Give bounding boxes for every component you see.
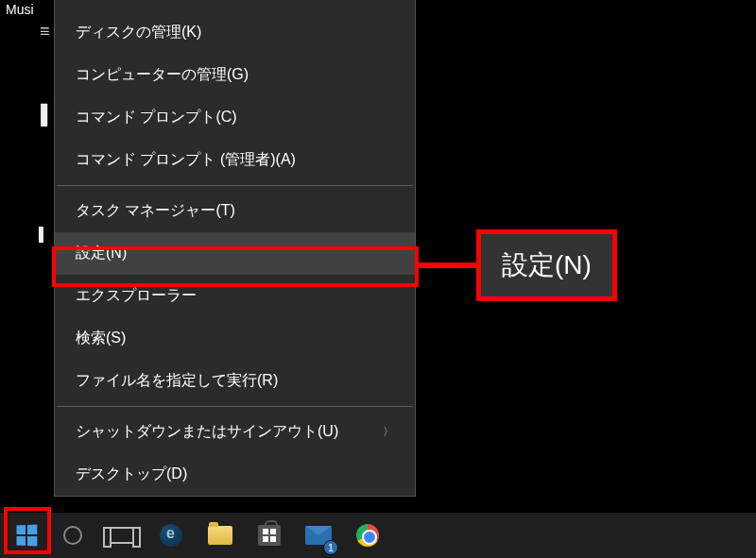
edge-icon (160, 524, 182, 547)
cortana-button[interactable] (59, 521, 87, 550)
callout-text: 設定(N) (502, 250, 592, 279)
menu-item-explorer[interactable]: エクスプローラー (55, 275, 415, 317)
menu-item-task-manager[interactable]: タスク マネージャー(T) (55, 190, 415, 232)
task-view-icon (110, 527, 134, 544)
menu-item-shutdown-signout[interactable]: シャットダウンまたはサインアウト(U) 〉 (55, 411, 415, 453)
partial-icon: ▐ (34, 227, 49, 264)
mail-badge: 1 (323, 540, 338, 555)
menu-item-run[interactable]: ファイル名を指定して実行(R) (55, 360, 415, 402)
store-icon (258, 525, 281, 546)
menu-item-label: デスクトップ(D) (76, 465, 187, 484)
menu-item-settings[interactable]: 設定(N) (55, 232, 415, 275)
desktop-icon-label: Musi (6, 2, 34, 17)
menu-item-label: 設定(N) (76, 244, 127, 263)
menu-item-label: タスク マネージャー(T) (76, 201, 235, 221)
mail-button[interactable]: 1 (304, 521, 333, 550)
cortana-icon (63, 526, 82, 545)
folder-icon (208, 526, 232, 545)
hamburger-icon: ≡ (40, 23, 50, 40)
menu-item-label: コマンド プロンプト(C) (76, 108, 237, 127)
annotation-connector (419, 262, 476, 268)
menu-item-label: 検索(S) (76, 329, 126, 348)
windows-logo-icon (17, 525, 38, 547)
menu-item-label: エクスプローラー (76, 286, 197, 306)
store-button[interactable] (255, 521, 284, 550)
menu-item-label: コンピューターの管理(G) (76, 65, 249, 85)
menu-separator (57, 185, 413, 186)
taskbar: 1 (0, 513, 756, 558)
winx-context-menu: ディスクの管理(K) コンピューターの管理(G) コマンド プロンプト(C) コ… (54, 0, 416, 497)
task-view-button[interactable] (108, 521, 136, 550)
start-button[interactable] (0, 513, 53, 558)
menu-item-label: シャットダウンまたはサインアウト(U) (76, 422, 338, 442)
menu-item-search[interactable]: 検索(S) (55, 317, 415, 360)
menu-item-label: ディスクの管理(K) (76, 23, 201, 42)
menu-item-computer-management[interactable]: コンピューターの管理(G) (55, 54, 415, 96)
partial-icon: ▐ (34, 104, 49, 142)
file-explorer-button[interactable] (206, 521, 234, 550)
menu-item-disk-management[interactable]: ディスクの管理(K) (55, 11, 415, 54)
menu-item-command-prompt-admin[interactable]: コマンド プロンプト (管理者)(A) (55, 139, 415, 181)
menu-item-command-prompt[interactable]: コマンド プロンプト(C) (55, 96, 415, 139)
menu-item-label: ファイル名を指定して実行(R) (76, 371, 278, 391)
chrome-icon (356, 524, 379, 547)
edge-button[interactable] (157, 521, 185, 550)
chrome-button[interactable] (353, 521, 382, 550)
taskbar-icons: 1 (59, 521, 382, 550)
annotation-callout: 設定(N) (476, 229, 617, 301)
menu-item-desktop[interactable]: デスクトップ(D) (55, 453, 415, 496)
menu-item-label: コマンド プロンプト (管理者)(A) (76, 150, 296, 170)
chevron-right-icon: 〉 (383, 424, 394, 440)
menu-separator (57, 406, 413, 407)
